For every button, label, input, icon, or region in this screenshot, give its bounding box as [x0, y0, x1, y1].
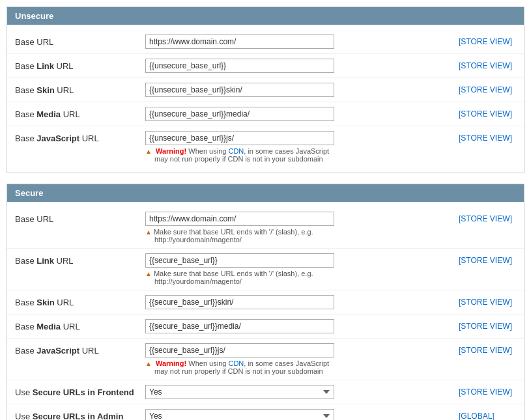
unsecure-base-url-input[interactable]: [145, 35, 334, 49]
secure-admin-urls-select[interactable]: Yes No: [145, 409, 334, 420]
secure-admin-urls-row: Use Secure URLs in Admin Yes No [GLOBAL]: [7, 404, 524, 420]
page-container: Unsecure Base URL [STORE VIEW] Base Link…: [0, 0, 531, 420]
secure-base-skin-url-row: Base Skin URL [STORE VIEW]: [7, 290, 524, 315]
secure-base-url-input-area: ▲Make sure that base URL ends with '/' (…: [145, 212, 451, 244]
secure-base-link-url-hint: ▲Make sure that base URL ends with '/' (…: [145, 270, 334, 285]
secure-base-url-label: Base URL: [15, 212, 145, 224]
unsecure-js-warning-text2: may not run properly if CDN is not in yo…: [145, 155, 323, 163]
unsecure-base-link-url-label: Base Link URL: [15, 59, 145, 71]
unsecure-base-url-scope[interactable]: [STORE VIEW]: [451, 35, 516, 46]
unsecure-js-cdn-text: CDN: [228, 147, 244, 155]
secure-base-link-url-label: Base Link URL: [15, 253, 145, 266]
secure-base-js-url-input-area: ▲ Warning! When using CDN, in some cases…: [145, 343, 451, 375]
secure-base-js-url-scope[interactable]: [STORE VIEW]: [451, 343, 516, 355]
secure-base-media-url-input-area: [145, 319, 451, 333]
unsecure-base-js-url-input-area: ▲ Warning! When using CDN, in some cases…: [145, 131, 451, 163]
secure-base-media-url-row: Base Media URL [STORE VIEW]: [7, 315, 524, 339]
unsecure-base-skin-url-scope[interactable]: [STORE VIEW]: [451, 83, 516, 94]
unsecure-base-url-input-area: [145, 35, 451, 49]
secure-admin-urls-input-area: Yes No: [145, 409, 451, 420]
secure-frontend-urls-label: Use Secure URLs in Frontend: [15, 385, 145, 397]
unsecure-base-url-label: Base URL: [15, 35, 145, 47]
secure-js-warning-text1: When using CDN, in some cases JavaScript: [188, 359, 329, 367]
unsecure-base-js-url-scope[interactable]: [STORE VIEW]: [451, 131, 516, 143]
secure-frontend-urls-row: Use Secure URLs in Frontend Yes No [STOR…: [7, 380, 524, 404]
secure-base-skin-url-label: Base Skin URL: [15, 295, 145, 307]
secure-base-js-url-row: Base JavaScript URL ▲ Warning! When usin…: [7, 339, 524, 380]
secure-base-js-url-label: Base JavaScript URL: [15, 343, 145, 356]
unsecure-base-skin-url-input[interactable]: [145, 83, 334, 97]
secure-admin-urls-label: Use Secure URLs in Admin: [15, 409, 145, 420]
unsecure-base-js-url-label: Base JavaScript URL: [15, 131, 145, 143]
secure-js-warning-text2: may not run properly if CDN is not in yo…: [145, 367, 323, 375]
secure-base-media-url-input[interactable]: [145, 319, 334, 333]
secure-frontend-urls-input-area: Yes No: [145, 385, 451, 399]
unsecure-base-media-url-input-area: [145, 107, 451, 121]
secure-js-cdn-text: CDN: [228, 359, 244, 367]
unsecure-js-warning-label: Warning!: [156, 147, 186, 155]
secure-frontend-urls-select[interactable]: Yes No: [145, 385, 334, 399]
unsecure-base-skin-url-input-area: [145, 83, 451, 97]
secure-base-skin-url-input[interactable]: [145, 295, 334, 309]
secure-base-url-hint-triangle-icon: ▲: [145, 229, 152, 236]
unsecure-base-link-url-row: Base Link URL [STORE VIEW]: [7, 54, 524, 78]
secure-base-media-url-label: Base Media URL: [15, 319, 145, 331]
secure-base-url-hint: ▲Make sure that base URL ends with '/' (…: [145, 228, 334, 244]
secure-base-link-url-hint-example: http://yourdomain/magento/: [145, 277, 242, 285]
unsecure-base-js-url-input[interactable]: [145, 131, 334, 145]
unsecure-base-link-url-input[interactable]: [145, 59, 334, 73]
unsecure-section-body: Base URL [STORE VIEW] Base Link URL [STO…: [7, 25, 524, 173]
secure-header-label: Secure: [15, 188, 43, 198]
secure-section: Secure Base URL ▲Make sure that base URL…: [7, 184, 524, 420]
secure-base-link-url-input[interactable]: [145, 253, 334, 268]
secure-base-link-url-scope[interactable]: [STORE VIEW]: [451, 253, 516, 265]
secure-admin-urls-scope[interactable]: [GLOBAL]: [451, 409, 516, 420]
unsecure-section: Unsecure Base URL [STORE VIEW] Base Link…: [7, 7, 524, 173]
secure-base-link-url-hint-triangle-icon: ▲: [145, 270, 152, 277]
secure-base-url-row: Base URL ▲Make sure that base URL ends w…: [7, 207, 524, 249]
secure-base-link-url-row: Base Link URL ▲Make sure that base URL e…: [7, 249, 524, 290]
unsecure-base-link-url-scope[interactable]: [STORE VIEW]: [451, 59, 516, 70]
unsecure-base-skin-url-row: Base Skin URL [STORE VIEW]: [7, 78, 524, 102]
secure-base-media-url-scope[interactable]: [STORE VIEW]: [451, 319, 516, 331]
unsecure-base-media-url-row: Base Media URL [STORE VIEW]: [7, 102, 524, 126]
secure-js-warning-label: Warning!: [156, 359, 186, 367]
secure-base-js-url-input[interactable]: [145, 343, 334, 357]
secure-section-body: Base URL ▲Make sure that base URL ends w…: [7, 202, 524, 420]
unsecure-base-media-url-scope[interactable]: [STORE VIEW]: [451, 107, 516, 119]
unsecure-header-label: Unsecure: [15, 11, 53, 21]
secure-section-header: Secure: [7, 184, 524, 202]
secure-frontend-urls-scope[interactable]: [STORE VIEW]: [451, 385, 516, 397]
secure-base-url-scope[interactable]: [STORE VIEW]: [451, 212, 516, 223]
secure-base-url-hint-example: http://yourdomain/magento/: [145, 236, 242, 244]
unsecure-base-skin-url-label: Base Skin URL: [15, 83, 145, 95]
unsecure-js-warning: ▲ Warning! When using CDN, in some cases…: [145, 147, 334, 163]
unsecure-js-warning-text1: When using CDN, in some cases JavaScript: [188, 147, 329, 155]
secure-js-warning: ▲ Warning! When using CDN, in some cases…: [145, 359, 334, 375]
secure-base-link-url-input-area: ▲Make sure that base URL ends with '/' (…: [145, 253, 451, 285]
secure-base-skin-url-input-area: [145, 295, 451, 309]
unsecure-base-link-url-input-area: [145, 59, 451, 73]
unsecure-js-warning-triangle-icon: ▲: [145, 148, 152, 155]
unsecure-base-media-url-input[interactable]: [145, 107, 334, 121]
secure-js-warning-triangle-icon: ▲: [145, 360, 152, 367]
secure-base-url-input[interactable]: [145, 212, 334, 226]
secure-base-skin-url-scope[interactable]: [STORE VIEW]: [451, 295, 516, 307]
unsecure-base-media-url-label: Base Media URL: [15, 107, 145, 119]
unsecure-section-header: Unsecure: [7, 7, 524, 25]
unsecure-base-js-url-row: Base JavaScript URL ▲ Warning! When usin…: [7, 126, 524, 167]
unsecure-base-url-row: Base URL [STORE VIEW]: [7, 30, 524, 54]
